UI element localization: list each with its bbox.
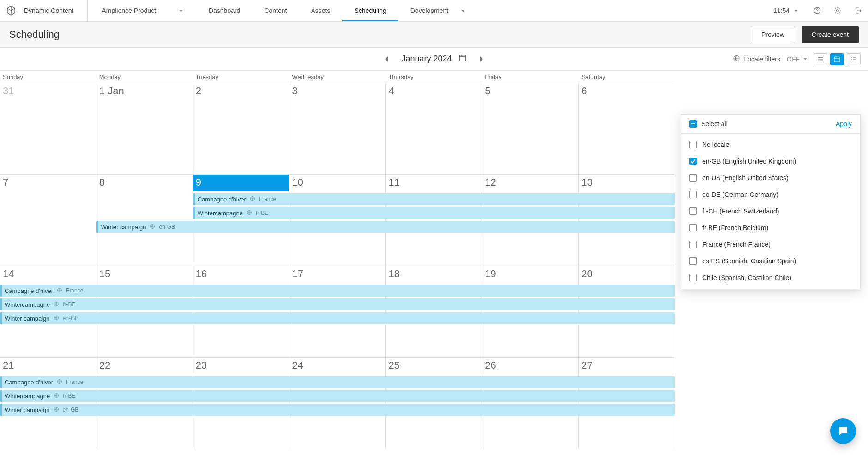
calendar-day-cell[interactable]: 6 <box>579 83 675 174</box>
calendar-event[interactable]: Winter campaignen-GB <box>0 312 675 324</box>
locale-option[interactable]: en-US (English United States) <box>681 170 860 186</box>
calendar-day-cell[interactable]: 12 <box>482 175 579 266</box>
calendar-day-cell[interactable]: 15 <box>96 266 193 357</box>
calendar-day-cell[interactable]: 17 <box>289 266 386 357</box>
globe-icon <box>54 407 59 413</box>
nav-tab-content[interactable]: Content <box>252 0 299 21</box>
calendar-event[interactable]: Campagne d'hiverFrance <box>193 193 675 205</box>
event-locale: en-GB <box>63 407 79 413</box>
locale-option[interactable]: de-DE (German Germany) <box>681 186 860 203</box>
calendar-day-cell[interactable]: 23 <box>193 358 289 449</box>
calendar-day-cell[interactable]: 3 <box>289 83 386 174</box>
caret-down-icon[interactable] <box>794 10 798 12</box>
view-list-button[interactable] <box>847 53 861 65</box>
calendar-day-cell[interactable]: 31 <box>0 83 96 174</box>
locale-option[interactable]: Chile (Spanish, Castilian Chile) <box>681 269 860 286</box>
calendar-day-cell[interactable]: 13 <box>579 175 675 266</box>
nav-tab-scheduling[interactable]: Scheduling <box>342 0 398 21</box>
locale-option[interactable]: fr-CH (French Switzerland) <box>681 203 860 219</box>
day-number: 15 <box>99 268 110 280</box>
select-all-toggle[interactable]: Select all <box>689 120 728 128</box>
settings-icon[interactable] <box>827 0 848 21</box>
calendar-day-cell[interactable]: 19 <box>482 266 579 357</box>
calendar-event[interactable]: Wintercampagnefr-BE <box>0 390 675 402</box>
calendar-event[interactable]: Winter campaignen-GB <box>96 221 675 233</box>
locale-filters-toggle[interactable]: Locale filters OFF <box>733 55 807 63</box>
create-event-button[interactable]: Create event <box>802 26 859 43</box>
calendar-day-cell[interactable]: 11 <box>386 175 482 266</box>
calendar-day-cell[interactable]: 5 <box>482 83 579 174</box>
calendar-day-cell[interactable]: 7 <box>0 175 96 266</box>
calendar-week: 21222324252627Campagne d'hiverFranceWint… <box>0 357 675 449</box>
event-title: Campagne d'hiver <box>5 287 53 294</box>
calendar-day-cell[interactable]: 1 Jan <box>96 83 193 174</box>
calendar-event[interactable]: Campagne d'hiverFrance <box>0 285 675 297</box>
locale-option-label: France (French France) <box>702 241 771 248</box>
locale-option[interactable]: France (French France) <box>681 236 860 253</box>
prev-month-button[interactable] <box>380 53 393 66</box>
day-header: Friday <box>482 71 579 83</box>
calendar-day-cell[interactable]: 16 <box>193 266 289 357</box>
day-number: 5 <box>485 85 490 97</box>
nav-tab-development[interactable]: Development <box>398 0 477 21</box>
event-locale: en-GB <box>63 315 79 322</box>
event-locale: fr-BE <box>63 393 75 399</box>
calendar-day-cell[interactable]: 14 <box>0 266 96 357</box>
locale-option[interactable]: No locale <box>681 136 860 153</box>
calendar-event[interactable]: Winter campaignen-GB <box>0 404 675 416</box>
calendar-day-cell[interactable]: 10 <box>289 175 386 266</box>
checkbox-unchecked-icon <box>689 274 697 281</box>
day-number: 12 <box>485 176 496 188</box>
checkbox-indeterminate-icon <box>689 120 697 128</box>
event-title: Wintercampagne <box>5 301 50 308</box>
nav-tab-dashboard[interactable]: Dashboard <box>197 0 253 21</box>
next-month-button[interactable] <box>475 53 488 66</box>
globe-icon <box>57 379 62 386</box>
calendar-day-cell[interactable]: 27 <box>579 358 675 449</box>
hub-selector[interactable]: Amplience Product <box>88 7 197 14</box>
logout-icon[interactable] <box>848 0 868 21</box>
select-all-label: Select all <box>701 120 728 128</box>
clock: 11:54 <box>769 7 794 14</box>
month-label: January 2024 <box>401 54 452 64</box>
locale-option-label: de-DE (German Germany) <box>702 191 778 198</box>
calendar-day-cell[interactable]: 8 <box>96 175 193 266</box>
calendar-day-cell[interactable]: 24 <box>289 358 386 449</box>
calendar-day-cell[interactable]: 21 <box>0 358 96 449</box>
calendar-day-cell[interactable]: 9 <box>193 175 289 266</box>
event-locale: fr-BE <box>63 301 75 308</box>
day-number: 11 <box>388 176 399 188</box>
calendar-day-cell[interactable]: 26 <box>482 358 579 449</box>
calendar-event[interactable]: Campagne d'hiverFrance <box>0 376 675 388</box>
locale-option-label: No locale <box>702 141 729 148</box>
view-month-button[interactable] <box>830 53 844 65</box>
chat-fab[interactable] <box>830 418 856 444</box>
locale-option[interactable]: en-GB (English United Kingdom) <box>681 153 860 170</box>
help-icon[interactable] <box>807 0 827 21</box>
apply-button[interactable]: Apply <box>836 120 852 128</box>
day-number: 4 <box>388 85 394 97</box>
day-header: Sunday <box>0 71 96 83</box>
calendar-day-cell[interactable]: 22 <box>96 358 193 449</box>
day-headers: SundayMondayTuesdayWednesdayThursdayFrid… <box>0 71 675 83</box>
nav-tab-assets[interactable]: Assets <box>299 0 342 21</box>
calendar-day-cell[interactable]: 4 <box>386 83 482 174</box>
svg-point-2 <box>837 10 839 12</box>
globe-icon <box>57 287 62 294</box>
day-number: 26 <box>485 359 496 371</box>
view-timeline-button[interactable] <box>814 53 827 65</box>
calendar-icon[interactable] <box>458 54 467 64</box>
locale-option[interactable]: es-ES (Spanish, Castilian Spain) <box>681 253 860 269</box>
calendar-day-cell[interactable]: 25 <box>386 358 482 449</box>
locale-option[interactable]: fr-BE (French Belgium) <box>681 219 860 236</box>
calendar-day-cell[interactable]: 18 <box>386 266 482 357</box>
calendar-controls: January 2024 Locale filters OFF <box>0 48 868 71</box>
preview-button[interactable]: Preview <box>751 26 795 43</box>
svg-rect-3 <box>459 55 466 61</box>
calendar-day-cell[interactable]: 20 <box>579 266 675 357</box>
day-number: 17 <box>292 268 303 280</box>
calendar-event[interactable]: Wintercampagnefr-BE <box>193 207 675 219</box>
calendar-event[interactable]: Wintercampagnefr-BE <box>0 298 675 310</box>
day-number: 16 <box>196 268 207 280</box>
calendar-day-cell[interactable]: 2 <box>193 83 289 174</box>
